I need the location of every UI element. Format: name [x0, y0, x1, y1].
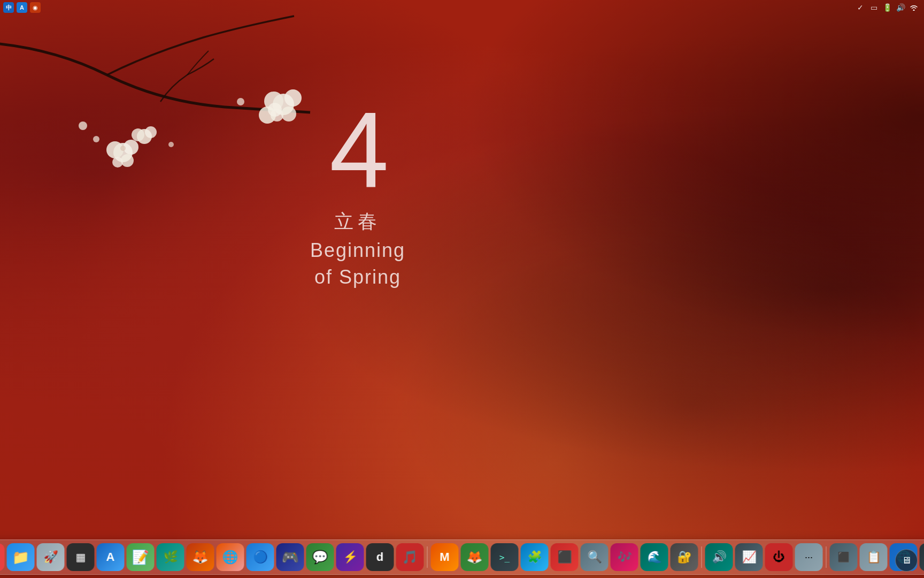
- day-number: 4: [310, 96, 405, 203]
- dock-mission-control[interactable]: ▦: [67, 543, 95, 571]
- dock-apifox[interactable]: 🦊: [461, 543, 489, 571]
- dock-markdown[interactable]: M: [431, 543, 459, 571]
- svg-point-8: [132, 128, 144, 141]
- dock-search[interactable]: 🔍: [581, 543, 609, 571]
- dock-steam[interactable]: 🎮: [276, 543, 304, 571]
- dock-show-desktop[interactable]: ⬛: [830, 543, 858, 571]
- dock-dicer[interactable]: d: [366, 543, 394, 571]
- dock-deepin-system[interactable]: ⚙: [920, 543, 925, 571]
- dock-chrome[interactable]: 🔵: [247, 543, 274, 571]
- svg-point-4: [112, 157, 123, 168]
- dock-password[interactable]: 🔐: [671, 543, 698, 571]
- svg-point-15: [268, 103, 282, 117]
- solar-term-chinese: 立春: [310, 209, 405, 235]
- dock-file-manager[interactable]: 📁: [7, 543, 35, 571]
- system-tray: ✓ ▭ 🔋 🔊: [854, 0, 924, 15]
- dock-separator-2: [702, 546, 702, 568]
- volume-tray[interactable]: 🔊: [895, 2, 906, 13]
- dock-clipboard[interactable]: 📋: [860, 543, 888, 571]
- dock-notes[interactable]: 📝: [127, 543, 155, 571]
- svg-point-18: [237, 98, 244, 105]
- dock-firefox[interactable]: 🌐: [217, 543, 244, 571]
- dock-wechat[interactable]: 💬: [306, 543, 334, 571]
- dock-deepin-music[interactable]: 🎶: [611, 543, 638, 571]
- solar-term-line1: Beginning: [310, 239, 405, 261]
- checkmark-tray[interactable]: ✓: [854, 2, 866, 13]
- svg-point-1: [124, 140, 138, 155]
- dock-separator-1: [427, 546, 428, 568]
- dock-music[interactable]: 🎵: [396, 543, 424, 571]
- dock-stream[interactable]: ⚡: [336, 543, 364, 571]
- bottom-right-button[interactable]: 🖥: [895, 549, 918, 572]
- app-icon-a[interactable]: A: [17, 2, 27, 13]
- dock-power[interactable]: ⏻: [765, 543, 793, 571]
- dock: 🏪 📁 🚀 ▦ A 📝 🌿 🦊 🌐 🔵 🎮 💬 ⚡ d 🎵 M 🦊 >_ 🧩 ⬛…: [0, 539, 924, 575]
- dock-launchpad[interactable]: 🚀: [37, 543, 65, 571]
- svg-point-10: [284, 89, 302, 107]
- dock-separator-3: [826, 546, 827, 568]
- svg-point-3: [121, 154, 134, 167]
- fcitx-icon[interactable]: 中: [3, 2, 14, 13]
- wifi-tray[interactable]: [908, 2, 920, 13]
- dock-weather[interactable]: 🌿: [157, 543, 184, 571]
- calendar-widget: 4 立春 Beginning of Spring: [310, 96, 405, 291]
- svg-point-17: [168, 142, 174, 147]
- dock-deepin-store[interactable]: 🏪: [0, 543, 5, 571]
- top-bar-left: 中 A ◉: [3, 2, 41, 13]
- svg-point-5: [120, 146, 126, 151]
- svg-point-7: [145, 126, 157, 138]
- dock-mindmap[interactable]: 🧩: [521, 543, 549, 571]
- dock-screen-recorder[interactable]: ⬛: [551, 543, 579, 571]
- dock-system-monitor[interactable]: 📈: [735, 543, 763, 571]
- solar-term-english: Beginning of Spring: [310, 237, 405, 291]
- dock-firefox-esr[interactable]: 🦊: [187, 543, 214, 571]
- dock-app-store[interactable]: A: [97, 543, 125, 571]
- dock-browser-teal[interactable]: 🌊: [641, 543, 668, 571]
- dock-more[interactable]: ···: [795, 543, 823, 571]
- dock-volume[interactable]: 🔊: [705, 543, 733, 571]
- svg-point-16: [93, 136, 99, 142]
- solar-term-line2: of Spring: [314, 266, 401, 288]
- svg-point-12: [281, 107, 296, 121]
- svg-point-19: [79, 121, 87, 130]
- dock-terminal[interactable]: >_: [491, 543, 519, 571]
- display-tray[interactable]: ▭: [868, 2, 880, 13]
- app-icon-circle[interactable]: ◉: [30, 2, 41, 13]
- battery-tray[interactable]: 🔋: [881, 2, 893, 13]
